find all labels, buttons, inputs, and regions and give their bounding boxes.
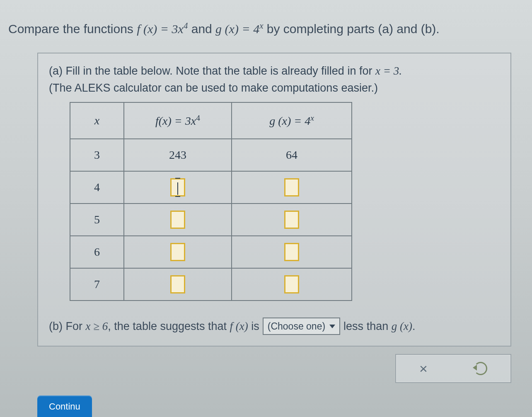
cell-f: 243 bbox=[124, 139, 232, 171]
cell-g-input[interactable] bbox=[232, 268, 352, 301]
undo-icon[interactable] bbox=[474, 362, 487, 375]
cell-x: 3 bbox=[70, 139, 124, 171]
table-header-f: f(x) = 3x4 bbox=[124, 102, 232, 139]
chevron-down-icon bbox=[329, 325, 335, 328]
problem-panel: (a) Fill in the table below. Note that t… bbox=[37, 53, 511, 347]
part-a-instructions: (a) Fill in the table below. Note that t… bbox=[49, 63, 500, 96]
cell-x: 5 bbox=[70, 204, 124, 236]
table-row: 4 bbox=[70, 171, 352, 204]
cell-g-input[interactable] bbox=[232, 171, 352, 204]
table-row: 5 bbox=[70, 204, 352, 236]
cell-f-input[interactable] bbox=[124, 204, 232, 236]
table-header-g: g (x) = 4x bbox=[232, 102, 352, 139]
cell-x: 4 bbox=[70, 171, 124, 204]
answer-toolbar: × bbox=[395, 354, 511, 383]
choice-dropdown[interactable]: (Choose one) bbox=[263, 318, 340, 335]
cell-x: 6 bbox=[70, 236, 124, 268]
table-row: 6 bbox=[70, 236, 352, 268]
continue-button[interactable]: Continu bbox=[37, 395, 92, 417]
function-table: x f(x) = 3x4 g (x) = 4x 3 243 64 4 bbox=[70, 102, 352, 301]
cell-f-input[interactable] bbox=[124, 268, 232, 301]
cell-g-input[interactable] bbox=[232, 236, 352, 268]
clear-icon[interactable]: × bbox=[419, 361, 428, 377]
part-b-line: (b) For x ≥ 6, the table suggests that f… bbox=[49, 318, 500, 335]
dropdown-label: (Choose one) bbox=[268, 321, 325, 332]
table-row: 3 243 64 bbox=[70, 139, 352, 171]
cell-x: 7 bbox=[70, 268, 124, 301]
cell-g-input[interactable] bbox=[232, 204, 352, 236]
question-prompt: Compare the functions f (x) = 3x4 and g … bbox=[4, 21, 528, 36]
cell-g: 64 bbox=[232, 139, 352, 171]
table-header-x: x bbox=[70, 102, 124, 139]
cell-f-input[interactable] bbox=[124, 236, 232, 268]
cell-f-input[interactable] bbox=[124, 171, 232, 204]
table-row: 7 bbox=[70, 268, 352, 301]
